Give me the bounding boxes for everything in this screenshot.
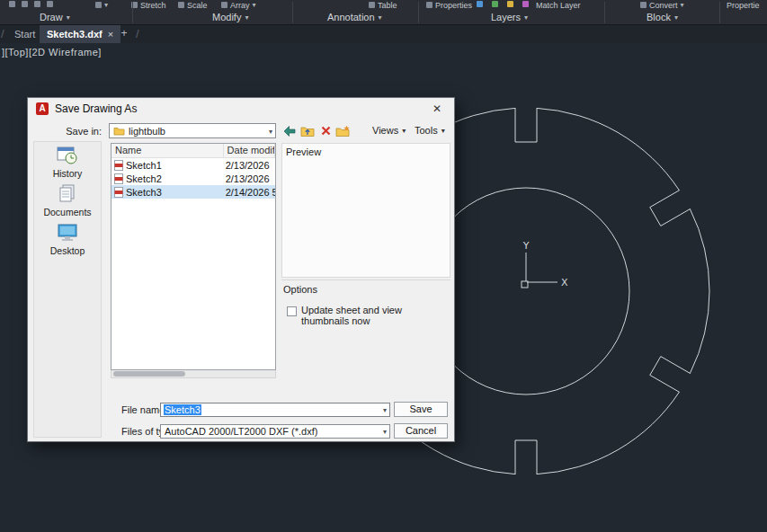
tool-icon <box>369 2 375 8</box>
chevron-down-icon: ▾ <box>67 13 70 22</box>
place-desktop[interactable]: Desktop <box>34 223 101 256</box>
ribbon-button-match-layer[interactable]: Match Layer <box>536 1 581 9</box>
file-name-input[interactable]: Sketch3 ▾ <box>160 403 390 417</box>
new-tab-button[interactable]: + <box>118 28 130 40</box>
preview-panel: Preview <box>281 143 450 278</box>
cancel-button[interactable]: Cancel <box>394 423 448 439</box>
ribbon-button-properties[interactable]: Propertie <box>727 1 760 9</box>
ribbon-button-convert[interactable]: Convert▾ <box>640 1 684 9</box>
tool-icon <box>640 2 647 8</box>
panel-separator <box>604 2 605 23</box>
chevron-down-icon: ▾ <box>441 127 445 135</box>
folder-up-icon <box>300 125 316 137</box>
chevron-down-icon: ▾ <box>674 13 678 22</box>
ribbon-button-table[interactable]: Table <box>369 1 397 9</box>
divider <box>281 279 450 280</box>
up-one-level-button[interactable] <box>299 123 316 138</box>
layer-tool-icon[interactable] <box>492 1 498 7</box>
tool-icon[interactable] <box>47 1 53 7</box>
chevron-down-icon: ▾ <box>379 13 382 22</box>
panel-separator <box>719 2 720 23</box>
ribbon-panel-annotation[interactable]: Annotation▾ <box>327 12 382 22</box>
chevron-down-icon: ▾ <box>269 127 272 135</box>
ribbon-button-scale[interactable]: Scale <box>178 1 208 9</box>
layer-tool-icon[interactable] <box>522 1 529 7</box>
chevron-down-icon: ▾ <box>253 1 256 9</box>
column-header-name[interactable]: Name <box>111 144 224 157</box>
save-in-dropdown[interactable]: lightbulb ▾ <box>109 123 276 138</box>
horizontal-scrollbar[interactable] <box>111 370 276 378</box>
update-thumbnails-checkbox[interactable] <box>287 306 297 316</box>
viewport-controls[interactable]: ][Top][2D Wireframe] <box>2 47 102 58</box>
tab-label: Sketch3.dxf <box>47 29 103 40</box>
selected-text: Sketch3 <box>164 404 201 415</box>
tools-menu[interactable]: Tools▾ <box>415 125 445 136</box>
tool-icon <box>178 2 184 8</box>
file-date: 2/14/2026 5 <box>224 187 275 198</box>
preview-label: Preview <box>286 146 321 157</box>
ribbon-button-array[interactable]: Array▾ <box>221 1 256 9</box>
views-menu[interactable]: Views▾ <box>372 125 406 136</box>
chevron-down-icon: ▾ <box>524 13 528 22</box>
save-button[interactable]: Save <box>394 402 448 417</box>
ribbon-panel-modify[interactable]: Modify▾ <box>212 12 248 22</box>
dxf-file-icon <box>114 173 123 184</box>
column-header-date[interactable]: Date modified <box>224 144 275 157</box>
back-arrow-icon <box>282 125 297 137</box>
files-of-type-value: AutoCAD 2000/LT2000 DXF (*.dxf) <box>165 426 317 437</box>
tool-icon[interactable] <box>34 1 40 7</box>
chevron-down-icon: ▾ <box>104 1 108 9</box>
tool-dropdown[interactable]: ▾ <box>95 1 108 9</box>
save-drawing-as-dialog: A Save Drawing As ✕ Save in: lightbulb ▾… <box>27 97 455 442</box>
checkbox-label[interactable]: Update sheet and view thumbnails now <box>301 305 404 326</box>
close-icon[interactable]: ✕ <box>428 102 446 115</box>
file-date: 2/13/2026 <box>224 160 275 171</box>
places-sidebar: History Documents Desktop <box>33 141 102 438</box>
tool-icon <box>426 2 433 8</box>
svg-text:Y: Y <box>522 240 530 252</box>
ribbon-button-layer-properties[interactable]: Properties <box>426 1 472 9</box>
place-history[interactable]: History <box>34 146 101 179</box>
tool-icon <box>95 2 102 8</box>
file-row-sketch2[interactable]: Sketch2 2/13/2026 <box>111 172 275 185</box>
back-button[interactable] <box>281 123 298 138</box>
layer-tool-icon[interactable] <box>507 1 513 7</box>
files-of-type-dropdown[interactable]: AutoCAD 2000/LT2000 DXF (*.dxf) ▾ <box>160 424 390 439</box>
file-row-sketch3-selected[interactable]: Sketch3 2/14/2026 5 <box>111 185 275 199</box>
chevron-down-icon: ▾ <box>383 428 387 436</box>
ribbon-panel-block[interactable]: Block▾ <box>647 12 678 22</box>
layer-tool-icon[interactable] <box>477 1 483 7</box>
tab-start[interactable]: Start <box>5 25 44 43</box>
dialog-titlebar[interactable]: A Save Drawing As ✕ <box>28 98 454 120</box>
file-date: 2/13/2026 <box>224 173 275 184</box>
new-folder-icon <box>335 125 351 137</box>
tool-icon[interactable] <box>9 1 15 7</box>
tool-icon[interactable] <box>22 1 28 7</box>
file-list: Name Date modified Sketch1 2/13/2026 Ske… <box>111 143 276 370</box>
file-row-sketch1[interactable]: Sketch1 2/13/2026 <box>111 158 275 172</box>
dialog-title: Save Drawing As <box>55 102 137 115</box>
svg-text:X: X <box>561 277 568 288</box>
delete-button[interactable] <box>317 123 334 138</box>
history-icon <box>57 146 78 165</box>
close-icon[interactable]: × <box>108 29 113 40</box>
tab-sketch3[interactable]: Sketch3.dxf × <box>40 25 120 43</box>
new-folder-button[interactable] <box>334 123 351 138</box>
ribbon-panel-draw[interactable]: Draw▾ <box>40 12 70 22</box>
chevron-down-icon[interactable]: ▾ <box>383 406 387 414</box>
folder-icon <box>113 126 125 136</box>
chevron-down-icon: ▾ <box>681 1 684 9</box>
chevron-down-icon: ▾ <box>402 127 406 135</box>
save-in-label: Save in: <box>64 126 102 137</box>
ribbon-button-stretch[interactable]: Stretch <box>131 1 166 9</box>
chevron-down-icon: ▾ <box>245 13 248 22</box>
place-documents[interactable]: Documents <box>34 184 101 217</box>
ribbon-panel-layers[interactable]: Layers▾ <box>491 12 528 22</box>
autocad-app: YX ][Top][2D Wireframe] ▾ Stretch Scale … <box>0 0 767 532</box>
tab-edge-decoration: / <box>136 27 139 40</box>
save-in-value: lightbulb <box>129 126 165 137</box>
ribbon: ▾ Stretch Scale Array▾ Table Properties … <box>0 0 767 25</box>
file-tab-bar: / Start Sketch3.dxf × + / <box>0 25 767 43</box>
scrollbar-thumb[interactable] <box>113 371 185 377</box>
desktop-icon <box>57 223 78 243</box>
